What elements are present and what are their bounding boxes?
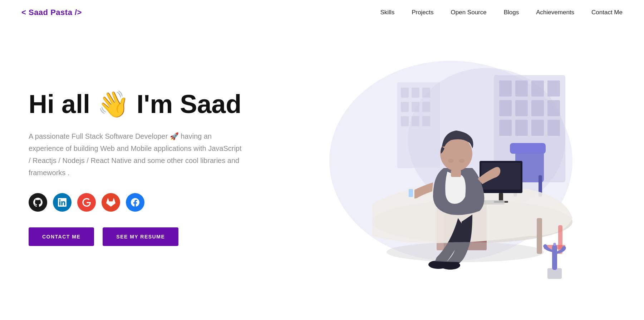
svg-rect-20 [412, 102, 419, 112]
nav-achievements[interactable]: Achievements [536, 9, 574, 16]
wave-emoji: 👋 [97, 90, 129, 118]
svg-rect-28 [510, 143, 546, 154]
svg-rect-4 [515, 80, 528, 97]
svg-rect-24 [422, 116, 430, 126]
svg-rect-21 [422, 102, 430, 112]
nav-contact[interactable]: Contact Me [591, 9, 623, 16]
svg-rect-10 [547, 100, 560, 116]
svg-rect-8 [515, 100, 528, 116]
svg-rect-3 [499, 80, 512, 97]
svg-rect-14 [547, 120, 560, 136]
svg-rect-23 [412, 116, 419, 126]
svg-rect-16 [401, 88, 409, 98]
hero-title: Hi all 👋 I'm Saad [29, 90, 243, 118]
svg-rect-45 [451, 170, 461, 177]
hero-section: Hi all 👋 I'm Saad A passionate Full Stac… [0, 25, 644, 304]
svg-rect-18 [422, 88, 430, 98]
social-icons-container [29, 193, 243, 212]
hero-left-content: Hi all 👋 I'm Saad A passionate Full Stac… [29, 90, 243, 246]
hero-name: I'm Saad [129, 90, 241, 118]
github-icon[interactable] [29, 193, 47, 212]
svg-rect-13 [531, 120, 544, 136]
hero-illustration [243, 46, 623, 290]
svg-point-46 [387, 242, 544, 262]
facebook-icon[interactable] [126, 193, 144, 212]
svg-rect-41 [409, 189, 413, 197]
svg-rect-22 [401, 116, 409, 126]
nav-projects[interactable]: Projects [412, 9, 433, 16]
svg-point-39 [440, 261, 460, 270]
svg-rect-51 [552, 245, 557, 270]
svg-rect-19 [401, 102, 409, 112]
svg-point-43 [448, 159, 454, 163]
nav-links: Skills Projects Open Source Blogs Achiev… [380, 9, 623, 16]
svg-rect-17 [412, 88, 419, 98]
linkedin-icon[interactable] [53, 193, 72, 212]
svg-rect-11 [499, 120, 512, 136]
svg-rect-9 [531, 100, 544, 116]
svg-rect-6 [547, 80, 560, 97]
svg-point-44 [459, 159, 464, 163]
svg-rect-12 [515, 120, 528, 136]
svg-rect-5 [531, 80, 544, 97]
navbar: < Saad Pasta /> Skills Projects Open Sou… [0, 0, 644, 25]
hero-buttons: CONTACT ME SEE MY RESUME [29, 227, 243, 246]
svg-rect-7 [499, 100, 512, 116]
nav-blogs[interactable]: Blogs [504, 9, 519, 16]
google-icon[interactable] [77, 193, 96, 212]
contact-me-button[interactable]: CONTACT ME [29, 227, 94, 246]
svg-point-52 [553, 243, 556, 246]
brand-logo[interactable]: < Saad Pasta /> [21, 8, 82, 17]
nav-skills[interactable]: Skills [380, 9, 394, 16]
hero-greeting: Hi all [29, 90, 97, 118]
see-resume-button[interactable]: SEE MY RESUME [103, 227, 178, 246]
svg-rect-47 [537, 218, 542, 254]
hero-description: A passionate Full Stack Software Develop… [29, 130, 243, 179]
gitlab-icon[interactable] [102, 193, 120, 212]
nav-opensource[interactable]: Open Source [451, 9, 487, 16]
